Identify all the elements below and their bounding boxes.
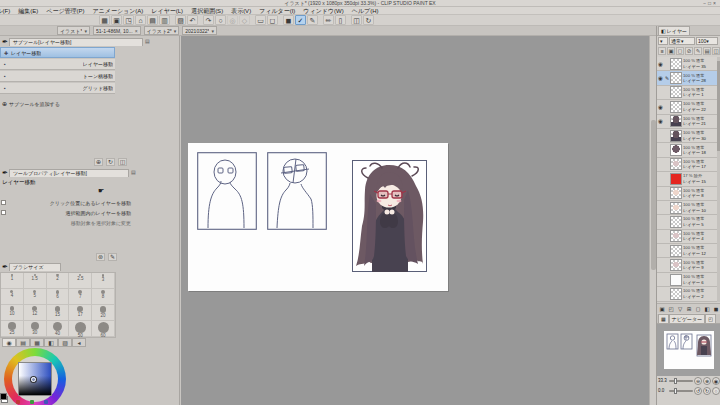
layer-row-11[interactable]: 100 % 通常レイヤー 10: [657, 201, 717, 215]
subtool-item-1[interactable]: ✚レイヤー移動: [0, 47, 115, 58]
layer-name[interactable]: レイヤー 17: [683, 164, 717, 170]
canvas-area[interactable]: [181, 36, 649, 405]
subtool-item-2[interactable]: ▪レイヤー移動: [0, 59, 115, 70]
zoom-in-button[interactable]: ⊕: [703, 377, 711, 385]
layer-thumbnail[interactable]: [670, 245, 682, 257]
layer-row-15[interactable]: 100 % 通常レイヤー 9: [657, 258, 717, 272]
delete-subtool-icon[interactable]: ◫: [118, 158, 127, 166]
toolprop-detail-icon[interactable]: ⊛: [96, 253, 105, 261]
open-file-icon[interactable]: ◳: [123, 15, 134, 25]
layer-row-17[interactable]: 100 % 通常レイヤー 2: [657, 287, 717, 301]
workspace-icon[interactable]: ▦: [99, 15, 110, 25]
blend-mode-combo[interactable]: 通常▾: [669, 37, 695, 45]
toolprop-option-1[interactable]: クリック位置にあるレイヤーを移動: [1, 198, 131, 207]
delete-layer-icon[interactable]: ◼: [712, 305, 720, 313]
menu-item-3[interactable]: ページ管理(P): [42, 7, 88, 15]
main-color-swatch[interactable]: [0, 393, 7, 400]
layer-row-4[interactable]: ◉100 % 通常レイヤー 22: [657, 100, 717, 114]
layer-thumbnail[interactable]: [670, 202, 682, 214]
brush-size-cell[interactable]: 12: [24, 305, 47, 321]
layer-visibility-icon[interactable]: ◉: [657, 61, 664, 67]
subtool-palette-header[interactable]: ✒ サブツール[レイヤー移動] ▤: [2, 37, 154, 46]
layer-row-1[interactable]: ◉100 % 通常レイヤー 35: [657, 57, 717, 71]
layer-thumbnail[interactable]: [670, 130, 682, 142]
layer-thumbnail[interactable]: [670, 86, 682, 98]
brush-size-cell[interactable]: 50: [69, 321, 92, 337]
clip-to-layer-icon[interactable]: ◻: [676, 47, 684, 55]
lock-transparent-icon[interactable]: ≡: [658, 47, 666, 55]
layer-name[interactable]: レイヤー 5: [683, 222, 717, 228]
layer-row-2[interactable]: ◉✎100 % 通常レイヤー 28: [657, 71, 717, 85]
document-tab-1[interactable]: イラスト*▾: [57, 26, 90, 35]
mask-enable-icon[interactable]: ▤: [703, 47, 711, 55]
new-layer-icon[interactable]: ▣: [658, 305, 666, 313]
brush-size-cell[interactable]: 17: [69, 305, 92, 321]
layer-name[interactable]: レイヤー 35: [683, 64, 717, 70]
layer-thumbnail[interactable]: [670, 288, 682, 300]
menu-item-10[interactable]: ヘルプ(H): [348, 7, 383, 15]
subtool-palette-tab[interactable]: サブツール[レイヤー移動]: [9, 38, 143, 46]
layer-name[interactable]: レイヤー 10: [683, 208, 717, 214]
snap-ruler-icon[interactable]: ✓: [295, 15, 306, 25]
color-set-tab[interactable]: ▤: [16, 338, 30, 347]
navigator-preview[interactable]: [657, 324, 720, 376]
tab-dropdown-icon[interactable]: ▾: [174, 28, 177, 34]
brush-size-cell[interactable]: 3: [92, 273, 115, 289]
brush-size-cell[interactable]: 20: [92, 305, 115, 321]
layer-name[interactable]: レイヤー 22: [683, 107, 717, 113]
brush-size-cell[interactable]: 5: [24, 289, 47, 305]
layer-thumbnail[interactable]: [670, 115, 682, 127]
navigator-palette-header[interactable]: ▦ ナビゲーター ◰: [657, 314, 720, 324]
selection-border-icon[interactable]: ▭: [255, 15, 266, 25]
layer-thumbnail[interactable]: [670, 274, 682, 286]
brush-size-cell[interactable]: 40: [47, 321, 70, 337]
layer-name[interactable]: レイヤー 1: [683, 92, 717, 98]
layer-name[interactable]: レイヤー 15: [683, 179, 717, 185]
brush-size-cell[interactable]: 8: [92, 289, 115, 305]
color-wheel[interactable]: [4, 348, 66, 405]
layer-thumbnail[interactable]: [670, 259, 682, 271]
brush-size-cell[interactable]: 10: [1, 305, 24, 321]
add-subtool-icon[interactable]: ⊕: [94, 158, 103, 166]
menu-item-1[interactable]: ファイル(F): [0, 7, 14, 15]
brush-size-cell[interactable]: 1: [1, 273, 24, 289]
zoom-fit-button[interactable]: ◉: [712, 377, 720, 385]
subtool-item-3[interactable]: ▪トーン柄移動: [0, 71, 115, 82]
brush-size-cell[interactable]: 7: [69, 289, 92, 305]
layer-name[interactable]: レイヤー 18: [683, 150, 717, 156]
brush-size-cell[interactable]: 6: [47, 289, 70, 305]
document-tab-2[interactable]: 51-1-486M, 10...×: [93, 26, 141, 35]
brush-size-cell[interactable]: 15: [47, 305, 70, 321]
menu-item-6[interactable]: 選択範囲(S): [187, 7, 227, 15]
toolprop-option-2[interactable]: 選択範囲内のレイヤーを移動: [1, 208, 131, 217]
redo-icon[interactable]: ↷: [203, 15, 214, 25]
approx-color-tab[interactable]: ▨: [58, 338, 72, 347]
layer-name[interactable]: レイヤー 28: [683, 78, 717, 84]
rotate-slider[interactable]: [669, 390, 693, 392]
color-history-tab[interactable]: ◂: [72, 338, 86, 347]
layer-visibility-icon[interactable]: ◉: [657, 118, 664, 124]
companion-device-icon[interactable]: ◫: [351, 15, 362, 25]
layer-palette-header[interactable]: ◧ レイヤー: [657, 26, 720, 36]
undo-icon[interactable]: ↶: [187, 15, 198, 25]
layer-thumbnail[interactable]: [670, 72, 682, 84]
draft-layer-icon[interactable]: ✎: [694, 47, 702, 55]
zoom-slider[interactable]: [669, 380, 693, 382]
layer-thumbnail[interactable]: [670, 187, 682, 199]
layer-row-8[interactable]: 100 % 通常レイヤー 17: [657, 158, 717, 172]
palette-menu-icon[interactable]: ▤: [145, 37, 150, 46]
export-icon[interactable]: ▨: [175, 15, 186, 25]
brushsize-palette-header[interactable]: ✒ ブラシサイズ: [2, 262, 72, 271]
tab-dropdown-icon[interactable]: ▾: [211, 28, 214, 34]
rotate-reset-button[interactable]: ○: [712, 387, 720, 395]
close-tab-icon[interactable]: ×: [135, 28, 138, 34]
palette-menu-icon[interactable]: ▤: [131, 168, 136, 177]
color-picker-cursor[interactable]: [31, 377, 36, 382]
document-tab-4[interactable]: 20210322*▾: [182, 26, 217, 35]
color-slider-tab[interactable]: ▦: [30, 338, 44, 347]
layer-visibility-icon[interactable]: ◉: [657, 104, 664, 110]
layer-name[interactable]: レイヤー 2: [683, 294, 717, 300]
tab-dropdown-icon[interactable]: ▾: [84, 28, 87, 34]
layer-row-16[interactable]: 100 % 通常レイヤー 6: [657, 273, 717, 287]
layer-row-5[interactable]: ◉100 % 通常レイヤー 21: [657, 115, 717, 129]
